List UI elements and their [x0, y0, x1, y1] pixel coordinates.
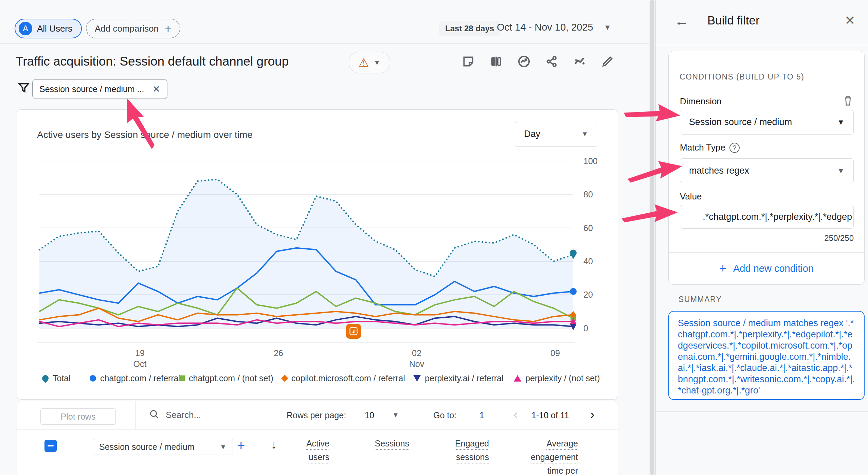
help-icon[interactable]: ? [729, 143, 740, 153]
legend-marker-icon [90, 375, 96, 382]
panel-title: Build filter [707, 14, 760, 27]
legend-marker-icon [41, 374, 50, 383]
pagination-range: 1-10 of 11 [531, 410, 569, 420]
y-axis-tick: 60 [583, 223, 614, 233]
x-axis-tick: 02Nov [401, 348, 432, 369]
all-users-label: All Users [37, 23, 72, 34]
main-content: A All Users Add comparison + Last 28 day… [0, 0, 649, 475]
insights-button[interactable] [517, 54, 531, 69]
divider [656, 411, 868, 412]
match-type-select[interactable]: matches regex ▼ [680, 158, 854, 183]
table-card: Plot rows Search... Rows per page: 10 ▼ … [17, 401, 618, 475]
granularity-value: Day [524, 129, 540, 139]
value-label: Value [680, 191, 702, 202]
conditions-header: CONDITIONS (BUILD UP TO 5) [680, 72, 804, 82]
x-axis-tick: 09 [540, 348, 571, 358]
avatar: A [19, 22, 32, 35]
match-type-label: Match Type ? [680, 142, 740, 153]
warning-icon: ⚠ [359, 57, 369, 68]
select-all-checkbox[interactable] [44, 440, 57, 452]
divider [261, 429, 261, 475]
previous-page-icon[interactable]: ‹ [513, 407, 518, 422]
scrollbar-thumb[interactable] [650, 0, 654, 475]
dimension-label: Dimension [680, 96, 722, 107]
divider [669, 88, 864, 88]
dimension-select[interactable]: Session source / medium ▼ [680, 110, 854, 135]
annotation-arrow [621, 202, 679, 224]
annotation-arrow [626, 159, 683, 181]
y-axis-tick: 20 [583, 290, 614, 300]
chart-card: Active users by Session source / medium … [17, 109, 618, 400]
chevron-down-icon: ▼ [374, 59, 380, 67]
next-page-icon[interactable]: › [590, 407, 595, 422]
chevron-down-icon: ▼ [220, 443, 227, 451]
legend-marker-icon [514, 375, 521, 382]
date-preset-badge: Last 28 days [439, 21, 500, 36]
annotation-marker-icon[interactable] [346, 324, 361, 339]
add-column-button[interactable]: + [237, 438, 245, 453]
legend-item[interactable]: perplexity.ai / referral [413, 373, 504, 383]
annotation-arrow [623, 101, 681, 122]
annotation-arrow [108, 92, 169, 157]
page-title: Traffic acquisition: Session default cha… [16, 54, 289, 69]
add-comparison-label: Add comparison [95, 23, 159, 34]
legend-item[interactable]: copilot.microsoft.com / referral [282, 373, 405, 383]
sort-descending-icon[interactable]: ↓ [271, 438, 277, 451]
ai-insights-icon[interactable] [573, 54, 587, 69]
search-icon[interactable] [149, 409, 160, 421]
plus-icon: + [719, 261, 726, 276]
plot-rows-button[interactable]: Plot rows [40, 408, 116, 425]
legend-item[interactable]: Total [42, 373, 71, 383]
chevron-down-icon[interactable]: ▼ [604, 23, 611, 32]
y-axis-tick: 0 [583, 323, 614, 333]
x-axis-line [37, 342, 575, 342]
character-count: 250/250 [776, 233, 854, 243]
rows-per-page-label: Rows per page: [287, 410, 346, 420]
granularity-select[interactable]: Day ▼ [515, 121, 597, 147]
chevron-down-icon[interactable]: ▼ [392, 411, 399, 419]
y-axis-tick: 40 [583, 257, 614, 266]
date-range-picker[interactable]: Oct 14 - Nov 10, 2025 [497, 22, 593, 33]
rows-per-page-select[interactable]: 10 [365, 410, 374, 420]
summary-label: SUMMARY [679, 295, 722, 304]
add-new-condition-button[interactable]: + Add new condition [669, 252, 864, 284]
close-icon[interactable]: ✕ [845, 13, 855, 28]
add-comparison-button[interactable]: Add comparison + [86, 19, 180, 38]
filter-funnel-icon[interactable] [17, 81, 31, 96]
divider [135, 401, 135, 429]
y-axis-tick: 100 [583, 156, 614, 166]
report-toolbar [461, 54, 615, 69]
divider [0, 43, 649, 44]
value-input[interactable]: .*chatgpt.com.*|.*perplexity.*|.*edgep [680, 205, 854, 229]
search-input[interactable]: Search... [166, 410, 201, 420]
legend-marker-icon [281, 374, 288, 382]
edit-pencil-icon[interactable] [600, 54, 615, 69]
legend-item[interactable]: chatgpt.com / referral [90, 373, 180, 383]
go-to-input[interactable]: 1 [480, 410, 484, 420]
all-users-segment-chip[interactable]: A All Users [15, 19, 82, 38]
column-header-engaged-sessions[interactable]: Engaged sessions [445, 437, 489, 464]
legend-marker-icon [179, 375, 185, 381]
timeseries-plot[interactable] [39, 161, 573, 328]
comparison-button[interactable] [489, 54, 503, 69]
x-axis-tick: 19Oct [125, 348, 155, 369]
chevron-down-icon: ▼ [837, 118, 845, 127]
share-icon[interactable] [545, 54, 559, 69]
y-axis-tick: 80 [583, 190, 614, 199]
column-header-active-users[interactable]: Active users [292, 437, 329, 464]
legend-item[interactable]: chatgpt.com / (not set) [179, 373, 273, 383]
column-header-sessions[interactable]: Sessions [358, 437, 409, 450]
go-to-label: Go to: [433, 410, 456, 420]
chevron-down-icon: ▼ [581, 130, 588, 138]
filter-summary-box: Session source / medium matches regex '.… [668, 311, 865, 400]
delete-condition-icon[interactable] [843, 95, 853, 108]
divider [17, 429, 618, 429]
dimension-column-select[interactable]: Session source / medium ▼ [93, 439, 233, 455]
filter-summary-text: Session source / medium matches regex '.… [678, 318, 855, 396]
plus-icon: + [165, 22, 171, 35]
column-header-avg-engagement[interactable]: Average engagement time per [515, 437, 578, 475]
notes-button[interactable] [461, 54, 475, 69]
back-arrow-icon[interactable]: ← [674, 13, 689, 29]
data-quality-button[interactable]: ⚠ ▼ [349, 52, 390, 73]
legend-item[interactable]: perplexity / (not set) [514, 373, 600, 383]
